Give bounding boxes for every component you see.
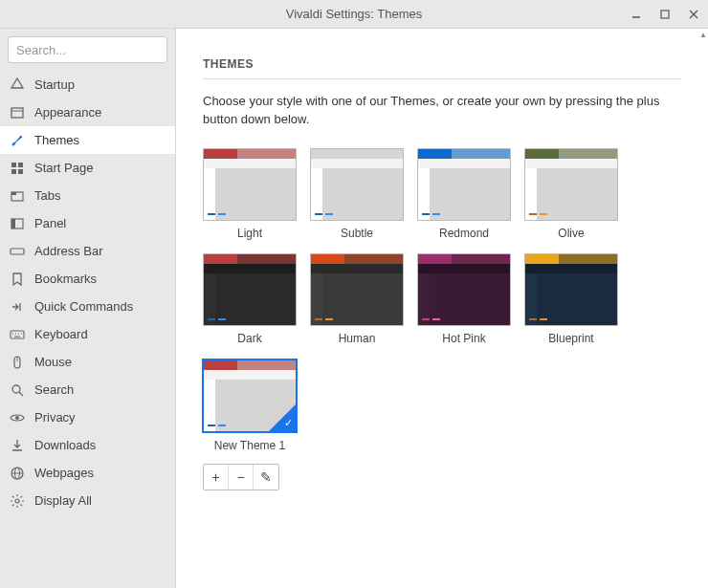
minimize-button[interactable] <box>622 0 651 29</box>
theme-label: Subtle <box>341 227 373 240</box>
sidebar-item-panel[interactable]: Panel <box>0 209 175 237</box>
search-icon <box>10 382 25 398</box>
section-description: Choose your style with one of our Themes… <box>203 93 681 129</box>
sidebar-item-label: Start Page <box>34 161 93 175</box>
theme-label: Dark <box>237 332 261 345</box>
theme-preview <box>310 253 404 326</box>
appearance-icon <box>10 105 25 120</box>
sidebar-item-label: Webpages <box>34 466 94 480</box>
theme-label: Human <box>339 332 376 345</box>
sidebar-item-privacy[interactable]: Privacy <box>0 403 175 431</box>
nav-list: StartupAppearanceThemesStart PageTabsPan… <box>0 71 175 588</box>
sidebar-item-bookmarks[interactable]: Bookmarks <box>0 265 175 293</box>
theme-toolbar: + − ✎ <box>203 464 279 490</box>
sidebar-item-quick-commands[interactable]: Quick Commands <box>0 293 175 320</box>
theme-preview <box>524 148 618 221</box>
sidebar-item-label: Quick Commands <box>34 299 133 314</box>
search-wrap <box>0 29 175 71</box>
scroll-up-icon[interactable]: ▲ <box>698 29 708 40</box>
bookmark-icon <box>10 272 25 287</box>
svg-rect-14 <box>11 249 24 254</box>
theme-card-new-theme-1[interactable]: ✓New Theme 1 <box>203 359 297 452</box>
globe-icon <box>10 466 25 481</box>
maximize-button[interactable] <box>651 0 679 29</box>
sidebar-item-startup[interactable]: Startup <box>0 71 175 98</box>
theme-label: Hot Pink <box>442 332 485 345</box>
sidebar-item-tabs[interactable]: Tabs <box>0 182 175 209</box>
download-icon <box>10 438 25 453</box>
sidebar-item-label: Tabs <box>34 188 60 203</box>
svg-rect-8 <box>11 169 16 174</box>
svg-point-25 <box>15 416 19 420</box>
theme-preview: ✓ <box>202 359 298 433</box>
sidebar-item-label: Downloads <box>34 438 96 452</box>
mouse-icon <box>10 355 25 370</box>
vivaldi-icon <box>10 77 25 93</box>
keyboard-icon <box>10 327 25 342</box>
sidebar-item-search[interactable]: Search <box>0 376 175 403</box>
sidebar-item-label: Mouse <box>34 355 72 369</box>
sidebar-item-webpages[interactable]: Webpages <box>0 459 175 487</box>
main-content: ▲ THEMES Choose your style with one of o… <box>176 29 708 588</box>
themes-grid: LightSubtleRedmondOliveDarkHumanHot Pink… <box>203 148 681 452</box>
sidebar-item-keyboard[interactable]: Keyboard <box>0 320 175 348</box>
sidebar-item-label: Themes <box>34 133 79 147</box>
svg-rect-6 <box>11 163 16 167</box>
theme-preview <box>203 253 297 326</box>
sidebar-item-appearance[interactable]: Appearance <box>0 98 175 126</box>
svg-rect-1 <box>661 11 669 18</box>
theme-label: Blueprint <box>548 332 593 345</box>
sidebar-item-mouse[interactable]: Mouse <box>0 348 175 376</box>
sidebar-item-display-all[interactable]: Display All <box>0 487 175 514</box>
theme-preview <box>417 253 511 326</box>
theme-label: Olive <box>558 227 584 240</box>
svg-rect-15 <box>11 331 24 338</box>
sidebar: StartupAppearanceThemesStart PageTabsPan… <box>0 29 176 588</box>
panel-icon <box>10 216 25 231</box>
svg-rect-7 <box>18 163 23 167</box>
svg-line-24 <box>19 392 23 396</box>
theme-label: New Theme 1 <box>214 439 285 452</box>
grid-icon <box>10 161 25 176</box>
theme-card-light[interactable]: Light <box>203 148 297 240</box>
addressbar-icon <box>10 244 25 259</box>
sidebar-item-label: Display All <box>34 493 92 508</box>
remove-theme-button[interactable]: − <box>229 465 254 490</box>
theme-card-subtle[interactable]: Subtle <box>310 148 404 240</box>
search-input[interactable] <box>8 36 167 63</box>
svg-rect-11 <box>11 192 16 195</box>
theme-card-dark[interactable]: Dark <box>203 253 297 345</box>
theme-card-hot-pink[interactable]: Hot Pink <box>417 253 511 345</box>
edit-theme-button[interactable]: ✎ <box>254 465 278 490</box>
tabs-icon <box>10 188 25 204</box>
svg-rect-13 <box>11 219 15 229</box>
sidebar-item-themes[interactable]: Themes <box>0 126 175 154</box>
eye-icon <box>10 410 25 425</box>
quickcmd-icon <box>10 299 25 315</box>
svg-rect-4 <box>11 108 23 118</box>
sidebar-item-label: Bookmarks <box>34 272 97 286</box>
sidebar-item-label: Privacy <box>34 410 76 425</box>
theme-card-human[interactable]: Human <box>310 253 404 345</box>
add-theme-button[interactable]: + <box>204 465 229 490</box>
theme-preview <box>524 253 618 326</box>
sidebar-item-address-bar[interactable]: Address Bar <box>0 237 175 265</box>
check-icon: ✓ <box>284 417 293 429</box>
section-heading: THEMES <box>203 57 681 79</box>
sidebar-item-start-page[interactable]: Start Page <box>0 154 175 182</box>
scrollbar[interactable]: ▲ <box>698 29 708 588</box>
sidebar-item-label: Address Bar <box>34 244 103 258</box>
sidebar-item-label: Panel <box>34 216 66 230</box>
theme-card-redmond[interactable]: Redmond <box>417 148 511 240</box>
theme-label: Redmond <box>439 227 489 240</box>
theme-card-blueprint[interactable]: Blueprint <box>524 253 618 345</box>
window-title: Vivaldi Settings: Themes <box>286 7 423 21</box>
close-button[interactable] <box>679 0 708 29</box>
window-controls <box>622 0 708 29</box>
theme-preview <box>203 148 297 221</box>
sidebar-item-label: Search <box>34 382 74 397</box>
sidebar-item-label: Startup <box>34 77 75 92</box>
theme-card-olive[interactable]: Olive <box>524 148 618 240</box>
sidebar-item-downloads[interactable]: Downloads <box>0 431 175 459</box>
svg-rect-9 <box>18 169 23 174</box>
